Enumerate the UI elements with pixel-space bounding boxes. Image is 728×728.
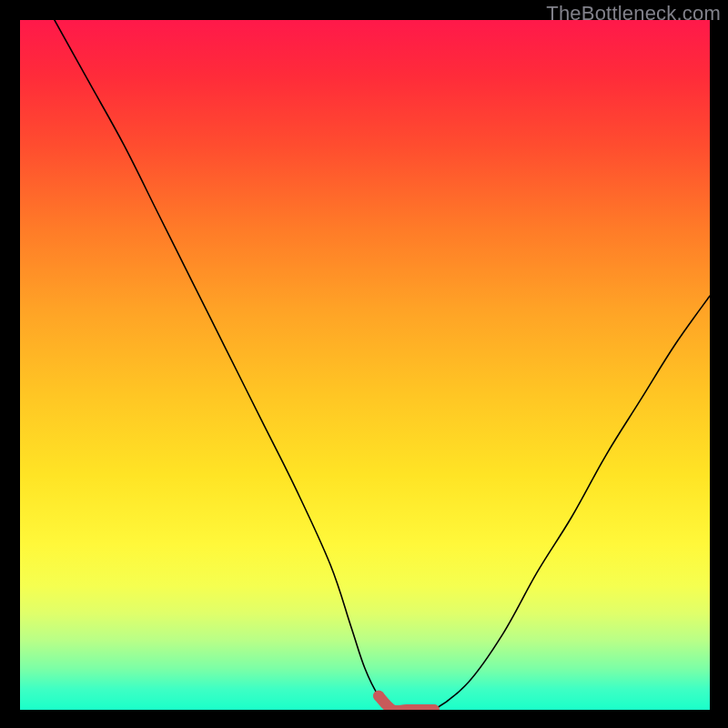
curve-path	[55, 20, 710, 710]
highlight-dot-right	[429, 704, 440, 710]
highlight-dot-left	[373, 691, 384, 702]
plot-area	[20, 20, 710, 710]
chart-frame: TheBottleneck.com	[0, 0, 728, 728]
bottleneck-curve	[20, 20, 710, 710]
highlight-segment	[379, 696, 434, 710]
watermark-text: TheBottleneck.com	[546, 2, 721, 25]
